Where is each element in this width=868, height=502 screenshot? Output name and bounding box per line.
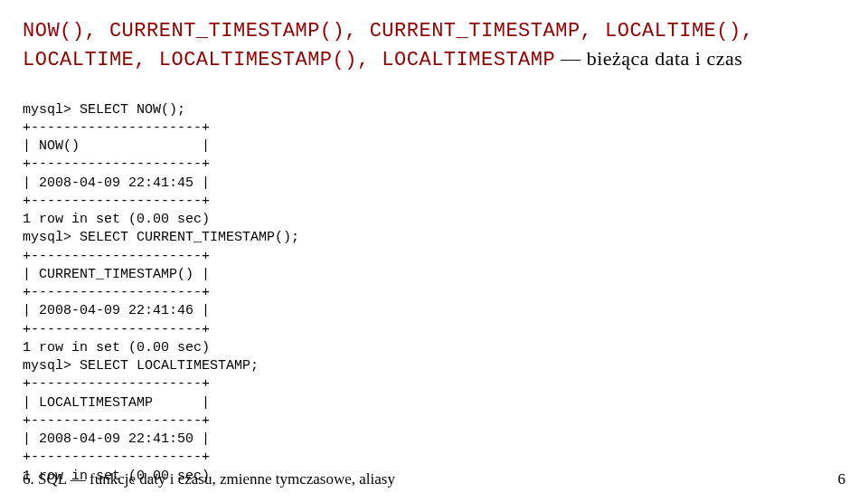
code-line: 1 row in set (0.00 sec) [23,340,210,355]
code-line: +---------------------+ [23,376,210,392]
code-line: +---------------------+ [23,249,210,264]
code-line: | CURRENT_TIMESTAMP() | [23,267,210,282]
code-line: +---------------------+ [23,194,210,209]
footer: 6. SQL — funkcje daty i czasu, zmienne t… [23,470,845,488]
code-block: mysql> SELECT NOW(); +------------------… [23,82,845,486]
code-line: +---------------------+ [23,413,210,429]
footer-page-number: 6 [838,470,846,488]
footer-left: 6. SQL — funkcje daty i czasu, zmienne t… [23,470,395,488]
code-line: +---------------------+ [23,322,210,337]
code-line: mysql> SELECT CURRENT_TIMESTAMP(); [23,230,299,245]
title-description: — bieżąca data i czas [555,47,742,70]
code-line: | 2008-04-09 22:41:50 | [23,431,210,447]
code-line: +---------------------+ [23,120,210,136]
code-line: mysql> SELECT NOW(); [23,102,185,118]
slide-title: NOW(), CURRENT_TIMESTAMP(), CURRENT_TIME… [23,18,845,73]
code-line: | 2008-04-09 22:41:45 | [23,175,210,191]
code-line: 1 row in set (0.00 sec) [23,212,210,227]
code-line: | LOCALTIMESTAMP | [23,395,210,411]
code-line: | NOW() | [23,138,210,154]
code-line: mysql> SELECT LOCALTIMESTAMP; [23,358,259,374]
code-line: +---------------------+ [23,285,210,300]
code-line: | 2008-04-09 22:41:46 | [23,303,210,318]
code-line: +---------------------+ [23,156,210,172]
code-line: +---------------------+ [23,450,210,465]
